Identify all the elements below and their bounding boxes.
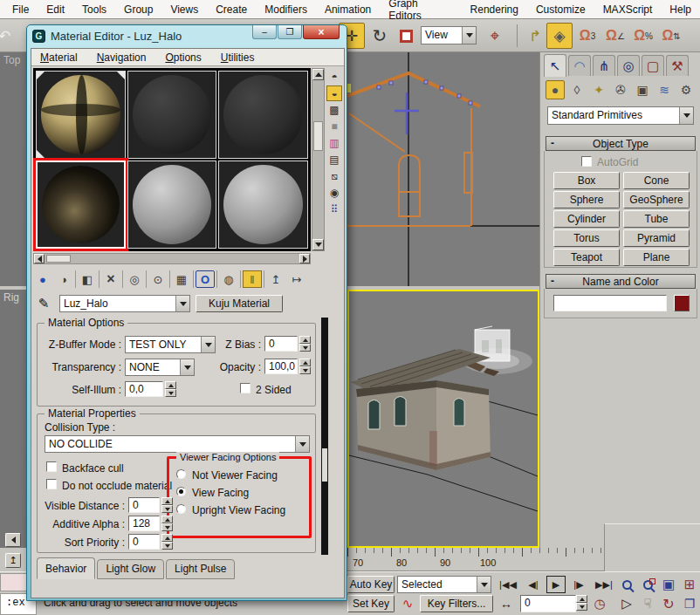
dropdown-arrow-icon[interactable] <box>462 27 476 44</box>
scroll-down-icon[interactable] <box>312 239 324 250</box>
zoom-icon[interactable] <box>616 576 637 593</box>
self-illum-field[interactable]: 0,0 <box>125 381 163 397</box>
go-to-start-icon[interactable]: |◀◀ <box>496 576 520 593</box>
pan-hand-icon[interactable]: ☟ <box>637 595 658 612</box>
go-to-end-icon[interactable]: ▶▶| <box>592 576 616 593</box>
video-color-check-icon[interactable]: ▥ <box>326 135 342 151</box>
name-and-color-rollout-header[interactable]: - Name and Color <box>546 274 696 289</box>
category-shapes[interactable]: ◊ <box>567 80 587 99</box>
opacity-spinner[interactable] <box>299 359 311 374</box>
snaps-toggle-icon[interactable]: ◈ <box>546 23 573 49</box>
object-color-swatch[interactable] <box>674 295 690 311</box>
menu-modifiers[interactable]: Modifiers <box>256 2 316 17</box>
sphere-button[interactable]: Sphere <box>553 191 620 208</box>
key-mode-toggle-icon[interactable]: ↔ <box>496 595 517 612</box>
reset-map-icon[interactable]: × <box>101 270 120 288</box>
menu-views[interactable]: Views <box>161 2 207 17</box>
menu-edit[interactable]: Edit <box>38 2 73 17</box>
menu-rendering[interactable]: Rendering <box>462 2 527 17</box>
tab-utilities[interactable]: ⚒ <box>666 55 689 76</box>
tab-modify[interactable]: ◠ <box>568 55 591 76</box>
visible-distance-field[interactable]: 0 <box>128 497 160 513</box>
z-bias-spinner[interactable] <box>299 336 311 352</box>
object-name-input[interactable] <box>553 295 667 311</box>
viewport-perspective-active[interactable] <box>347 290 539 548</box>
z-buffer-mode-dropdown[interactable]: TEST ONLY <box>125 336 216 353</box>
assign-material-to-selection-icon[interactable]: ◧ <box>78 270 97 288</box>
minimize-button[interactable]: – <box>252 25 277 39</box>
teapot-button[interactable]: Teapot <box>553 249 620 266</box>
sample-type-icon[interactable]: ◓ <box>326 69 342 85</box>
snap-3d-icon[interactable]: Ω3 <box>574 23 600 49</box>
pick-material-eyedropper-icon[interactable]: ✎ <box>33 296 54 311</box>
sample-slot-2[interactable] <box>127 71 217 159</box>
next-frame-icon[interactable]: |▶ <box>567 576 590 593</box>
go-to-parent-icon[interactable]: ↥ <box>266 270 285 288</box>
sample-options-icon[interactable]: ⧅ <box>326 168 342 184</box>
parameters-scrollbar[interactable] <box>321 318 328 555</box>
opacity-field[interactable]: 100,0 <box>264 359 298 374</box>
sample-slot-5[interactable] <box>127 161 217 249</box>
make-unique-icon[interactable]: ⊙ <box>148 270 168 288</box>
select-by-material-icon[interactable]: ◉ <box>326 185 342 201</box>
tube-button[interactable]: Tube <box>623 210 690 228</box>
undo-icon[interactable]: ↶ <box>0 23 17 49</box>
field-of-view-icon[interactable]: ▷ <box>616 595 637 612</box>
time-configuration-icon[interactable]: ◷ <box>590 595 609 612</box>
primitives-category-dropdown[interactable]: Standard Primitives <box>547 106 694 125</box>
menu-group[interactable]: Group <box>115 2 161 17</box>
category-lights[interactable]: ✦ <box>589 80 608 99</box>
current-frame-field[interactable]: 0 <box>520 595 576 612</box>
select-and-manipulate-icon[interactable]: ↱ <box>522 23 548 49</box>
menu-tools[interactable]: Tools <box>73 2 115 17</box>
sort-priority-field[interactable]: 0 <box>128 534 160 550</box>
make-preview-icon[interactable]: ▤ <box>326 152 342 167</box>
go-forward-to-sibling-icon[interactable]: ↦ <box>287 270 306 288</box>
tab-hierarchy[interactable]: ⋔ <box>593 55 615 76</box>
dropdown-arrow-icon[interactable] <box>201 337 215 352</box>
put-material-to-scene-icon[interactable]: ◑ <box>54 270 73 288</box>
dropdown-arrow-icon[interactable] <box>175 296 189 311</box>
cylinder-button[interactable]: Cylinder <box>553 210 620 228</box>
category-helpers[interactable]: ▣ <box>633 80 652 99</box>
tab-light-glow[interactable]: Light Glow <box>97 559 164 579</box>
auto-key-button[interactable]: Auto Key <box>347 576 395 593</box>
scrollbar-thumb[interactable] <box>313 121 323 151</box>
open-listener-icon[interactable]: ↥ <box>5 553 21 568</box>
visible-distance-spinner[interactable] <box>161 497 173 513</box>
menu-animation[interactable]: Animation <box>316 2 380 17</box>
menu-file[interactable]: File <box>3 2 38 17</box>
zoom-extents-icon[interactable]: ▣ <box>658 576 679 593</box>
material-id-channel-icon[interactable]: O <box>196 270 215 288</box>
sample-uv-tiling-icon[interactable]: ■ <box>326 119 342 134</box>
arc-rotate-icon[interactable]: ↻ <box>658 595 679 612</box>
pyramid-button[interactable]: Pyramid <box>623 229 690 247</box>
material-class-button[interactable]: Kuju Material <box>196 295 283 312</box>
reference-coordinate-dropdown[interactable]: View <box>421 26 477 44</box>
angle-snap-icon[interactable]: Ω∠ <box>602 23 628 49</box>
menu-help[interactable]: Help <box>661 2 700 17</box>
dropdown-arrow-icon[interactable] <box>477 577 491 592</box>
scrollbar-thumb[interactable] <box>46 255 71 263</box>
sort-priority-spinner[interactable] <box>161 534 173 550</box>
track-bar[interactable]: 70 80 90 100 <box>347 548 604 571</box>
menu-create[interactable]: Create <box>207 2 256 17</box>
transparency-dropdown[interactable]: NONE <box>125 359 195 376</box>
object-type-rollout-header[interactable]: - Object Type <box>546 136 696 151</box>
viewport-front[interactable] <box>347 52 539 286</box>
show-end-result-icon[interactable]: ‖ <box>243 270 262 288</box>
show-map-in-viewport-icon[interactable]: ◍ <box>219 270 238 288</box>
previous-frame-icon[interactable]: ◀| <box>522 576 545 593</box>
cone-button[interactable]: Cone <box>623 172 690 189</box>
spinner-snap-icon[interactable]: Ω⇅ <box>658 23 684 49</box>
close-button[interactable]: × <box>303 25 340 39</box>
sample-slot-3[interactable] <box>218 71 308 159</box>
dropdown-arrow-icon[interactable] <box>295 436 309 452</box>
tab-behavior[interactable]: Behavior <box>37 557 95 579</box>
tab-create[interactable]: ↖ <box>544 54 566 77</box>
menu-options[interactable]: Options <box>156 50 211 65</box>
menu-customize[interactable]: Customize <box>527 2 594 17</box>
menu-maxscript[interactable]: MAXScript <box>594 2 662 17</box>
scroll-left-icon[interactable] <box>34 254 45 263</box>
autogrid-checkbox[interactable] <box>581 156 592 167</box>
